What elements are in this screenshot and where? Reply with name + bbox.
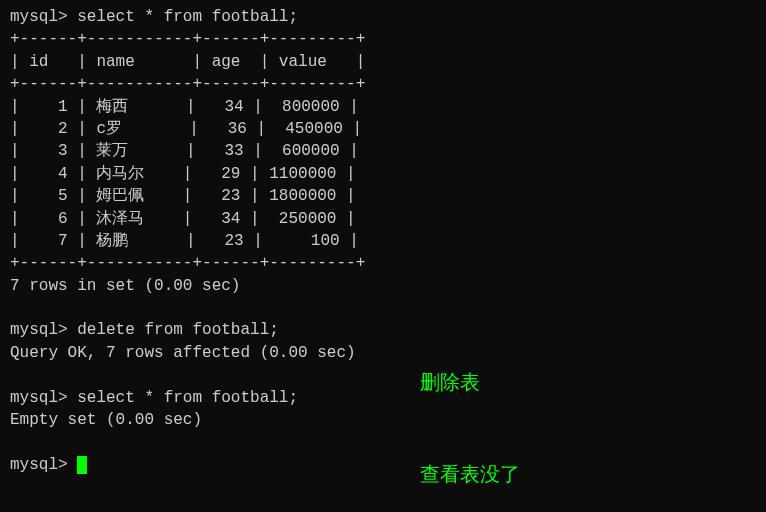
sql-command: mysql> select * from football; bbox=[10, 387, 756, 409]
table-body: | 1 | 梅西 | 34 | 800000 || 2 | c罗 | 36 | … bbox=[10, 96, 756, 253]
table-border: +------+-----------+------+---------+ bbox=[10, 28, 756, 50]
table-row: | 4 | 内马尔 | 29 | 1100000 | bbox=[10, 163, 756, 185]
table-border: +------+-----------+------+---------+ bbox=[10, 73, 756, 95]
table-row: | 6 | 沐泽马 | 34 | 250000 | bbox=[10, 208, 756, 230]
table-row: | 7 | 杨鹏 | 23 | 100 | bbox=[10, 230, 756, 252]
table-row: | 2 | c罗 | 36 | 450000 | bbox=[10, 118, 756, 140]
mysql-prompt[interactable]: mysql> bbox=[10, 454, 756, 476]
annotation-view: 查看表没了 bbox=[420, 460, 520, 488]
result-status: Empty set (0.00 sec) bbox=[10, 409, 756, 431]
annotation-delete: 删除表 bbox=[420, 368, 480, 396]
table-row: | 1 | 梅西 | 34 | 800000 | bbox=[10, 96, 756, 118]
table-row: | 3 | 莱万 | 33 | 600000 | bbox=[10, 140, 756, 162]
sql-command: mysql> select * from football; bbox=[10, 6, 756, 28]
result-status: 7 rows in set (0.00 sec) bbox=[10, 275, 756, 297]
table-header: | id | name | age | value | bbox=[10, 51, 756, 73]
sql-command: mysql> delete from football; bbox=[10, 319, 756, 341]
table-border: +------+-----------+------+---------+ bbox=[10, 252, 756, 274]
terminal-output: mysql> select * from football; +------+-… bbox=[10, 6, 756, 476]
cursor-icon bbox=[77, 456, 87, 474]
result-status: Query OK, 7 rows affected (0.00 sec) bbox=[10, 342, 756, 364]
table-row: | 5 | 姆巴佩 | 23 | 1800000 | bbox=[10, 185, 756, 207]
